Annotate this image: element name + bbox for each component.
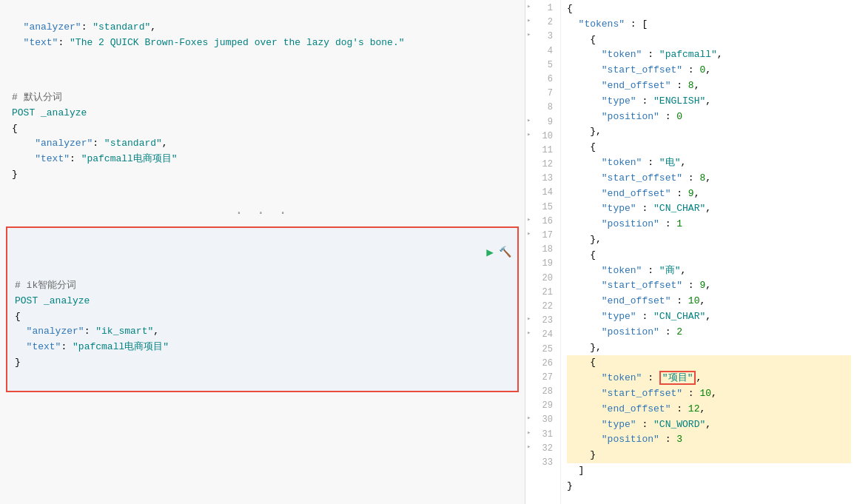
line-number-5: 5 [525, 58, 556, 73]
line-number-14: 14 [525, 186, 556, 200]
json-line-22: "position" : 2 [567, 325, 851, 340]
line-number-18: 18 [525, 243, 556, 257]
line-number-25: 25 [525, 343, 556, 357]
line-number-12: 12 [525, 158, 556, 172]
run-button[interactable]: ▶ [486, 244, 494, 263]
line-number-15: 15 [525, 201, 556, 215]
json-line-32: } [567, 479, 851, 494]
line-number-32: 32 [525, 442, 556, 456]
json-line-4: "token" : "pafcmall", [567, 47, 851, 63]
json-line-29: "position" : 3 [567, 432, 851, 448]
right-panel: 1234567891011121314151617181920212223242… [525, 0, 857, 504]
json-line-26: "start_offset" : 10, [567, 386, 851, 402]
json-line-11: "token" : "电", [567, 155, 851, 171]
key-text-2: "text": "pafcmall电商项目" [24, 153, 178, 164]
json-line-16: }, [567, 232, 851, 248]
line-number-23: 23 [525, 314, 556, 328]
json-line-24: { [567, 355, 851, 371]
line-number-10: 10 [525, 130, 556, 144]
line-number-22: 22 [525, 300, 556, 314]
divider-dots: · · · [0, 203, 525, 224]
json-line-1: { [567, 1, 851, 17]
left-panel: "analyzer": "standard", "text": "The 2 Q… [0, 0, 525, 504]
brace-close-3: } [15, 357, 21, 368]
line-number-16: 16 [525, 215, 556, 229]
line-number-30: 30 [525, 413, 556, 427]
line-number-19: 19 [525, 257, 556, 271]
method-ik: POST _analyze [15, 295, 90, 306]
json-line-6: "end_offset" : 8, [567, 78, 851, 94]
line-number-24: 24 [525, 328, 556, 342]
line-number-29: 29 [525, 399, 556, 413]
line-number-26: 26 [525, 357, 556, 371]
json-line-21: "type" : "CN_CHAR", [567, 309, 851, 325]
key-text-1: "text": "The 2 QUICK Brown-Foxes jumped … [12, 37, 405, 48]
line-number-13: 13 [525, 172, 556, 186]
line-number-21: 21 [525, 286, 556, 300]
line-number-9: 9 [525, 115, 556, 130]
code-block-1: "analyzer": "standard", "text": "The 2 Q… [0, 0, 525, 70]
key-analyzer-3: "analyzer": "ik_smart", [15, 326, 159, 337]
comment-default: # 默认分词 [12, 92, 62, 103]
code-block-3-highlighted: ▶ 🔨 # ik智能分词 POST _analyze { "analyzer":… [6, 226, 519, 392]
json-line-18: "token" : "商", [567, 263, 851, 279]
json-line-30: } [567, 448, 851, 463]
line-number-33: 33 [525, 456, 556, 470]
line-number-31: 31 [525, 428, 556, 442]
key-analyzer-1: "analyzer": "standard", [12, 21, 156, 33]
brace-open-2: { [12, 123, 18, 134]
line-number-20: 20 [525, 272, 556, 286]
brace-open-3: { [15, 311, 21, 322]
line-number-3: 3 [525, 30, 556, 44]
json-line-5: "start_offset" : 0, [567, 63, 851, 78]
json-line-8: "position" : 0 [567, 110, 851, 125]
wrench-icon[interactable]: 🔨 [499, 244, 511, 261]
line-number-2: 2 [525, 16, 556, 30]
json-line-27: "end_offset" : 12, [567, 402, 851, 417]
line-number-4: 4 [525, 44, 556, 58]
line-number-11: 11 [525, 144, 556, 158]
line-number-8: 8 [525, 101, 556, 115]
line-numbers: 1234567891011121314151617181920212223242… [525, 0, 561, 504]
json-line-7: "type" : "ENGLISH", [567, 94, 851, 110]
brace-close-2: } [12, 169, 18, 180]
json-line-15: "position" : 1 [567, 217, 851, 232]
key-text-3: "text": "pafcmall电商项目" [15, 341, 169, 352]
json-line-31: ] [567, 463, 851, 479]
code-block-2: # 默认分词 POST _analyze { "analyzer": "stan… [0, 70, 525, 202]
json-line-23: }, [567, 340, 851, 356]
json-line-19: "start_offset" : 9, [567, 278, 851, 294]
json-line-2: "tokens" : [ [567, 17, 851, 33]
json-content: { "tokens" : [ { "token" : "pafcmall", "… [561, 0, 857, 504]
line-number-28: 28 [525, 385, 556, 399]
line-number-7: 7 [525, 87, 556, 101]
method-default: POST _analyze [12, 107, 87, 118]
line-number-27: 27 [525, 371, 556, 385]
line-number-6: 6 [525, 73, 556, 87]
json-line-3: { [567, 33, 851, 48]
json-line-10: { [567, 140, 851, 155]
json-line-17: { [567, 248, 851, 263]
json-line-9: }, [567, 124, 851, 140]
json-line-14: "type" : "CN_CHAR", [567, 201, 851, 217]
json-line-12: "start_offset" : 8, [567, 171, 851, 187]
json-line-28: "type" : "CN_WORD", [567, 417, 851, 433]
json-line-13: "end_offset" : 9, [567, 187, 851, 202]
json-line-20: "end_offset" : 10, [567, 294, 851, 309]
comment-ik: # ik智能分词 [15, 280, 76, 291]
key-analyzer-2: "analyzer": "standard", [24, 138, 168, 149]
json-line-25: "token" : "项目", [567, 371, 851, 386]
line-number-1: 1 [525, 1, 556, 16]
line-number-17: 17 [525, 229, 556, 243]
